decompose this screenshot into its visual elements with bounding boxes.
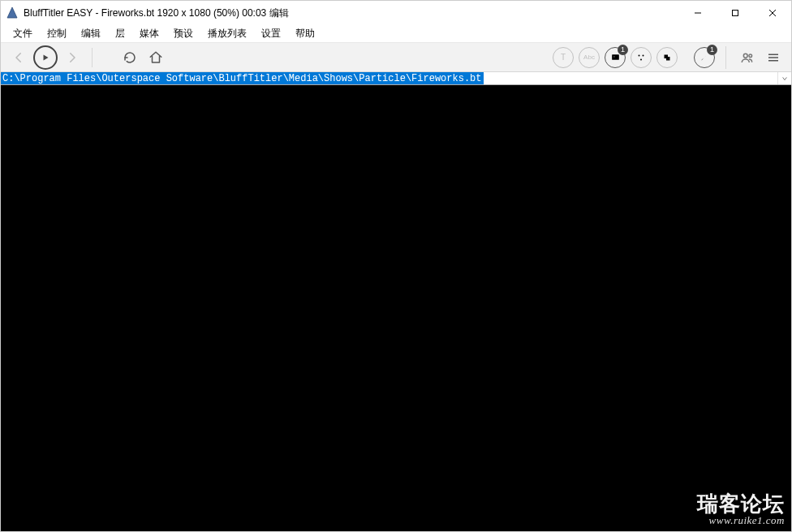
text-icon: T bbox=[553, 47, 574, 68]
svg-rect-2 bbox=[733, 11, 738, 16]
forward-button[interactable] bbox=[61, 46, 84, 69]
svg-point-8 bbox=[639, 54, 640, 56]
watermark-line1: 瑞客论坛 bbox=[697, 493, 785, 515]
svg-line-11 bbox=[639, 56, 640, 59]
abc-icon: Abc bbox=[579, 47, 600, 68]
menu-help[interactable]: 帮助 bbox=[288, 25, 322, 42]
back-button[interactable] bbox=[7, 46, 30, 69]
nodes-tool[interactable] bbox=[630, 46, 652, 69]
menu-layer[interactable]: 层 bbox=[108, 25, 132, 42]
menu-control[interactable]: 控制 bbox=[40, 25, 74, 42]
menu-playlist[interactable]: 播放列表 bbox=[200, 25, 254, 42]
copy-tool[interactable] bbox=[656, 46, 678, 69]
maximize-button[interactable] bbox=[717, 1, 754, 25]
play-icon bbox=[33, 45, 58, 70]
svg-point-10 bbox=[640, 58, 642, 60]
menubar: 文件 控制 编辑 层 媒体 预设 播放列表 设置 帮助 bbox=[1, 25, 791, 43]
brush-tool[interactable]: 1 bbox=[693, 46, 716, 69]
svg-line-12 bbox=[642, 56, 643, 59]
toolbar-right: T Abc 1 bbox=[552, 46, 785, 69]
svg-point-9 bbox=[643, 54, 644, 56]
menu-file[interactable]: 文件 bbox=[6, 25, 40, 42]
nodes-icon bbox=[631, 47, 652, 68]
svg-marker-5 bbox=[44, 54, 49, 60]
menu-edit[interactable]: 编辑 bbox=[74, 25, 108, 42]
path-text[interactable]: C:\Program Files\Outerspace Software\Blu… bbox=[1, 72, 484, 84]
toolbar: T Abc 1 bbox=[1, 43, 791, 72]
refresh-button[interactable] bbox=[118, 46, 141, 69]
brush-tool-badge: 1 bbox=[707, 45, 717, 55]
path-dropdown[interactable] bbox=[777, 72, 791, 84]
preview-canvas[interactable]: 瑞客论坛 www.ruike1.com bbox=[1, 85, 791, 531]
svg-point-15 bbox=[743, 54, 747, 58]
watermark-line2: www.ruike1.com bbox=[697, 515, 785, 526]
image-tool-badge: 1 bbox=[618, 45, 628, 55]
svg-marker-0 bbox=[7, 7, 17, 18]
text-tool[interactable]: T bbox=[552, 46, 575, 69]
image-tool[interactable]: 1 bbox=[604, 46, 626, 69]
svg-point-16 bbox=[749, 54, 752, 57]
minimize-button[interactable] bbox=[679, 1, 717, 25]
abc-tool[interactable]: Abc bbox=[578, 46, 600, 69]
home-button[interactable] bbox=[144, 46, 167, 69]
svg-point-7 bbox=[613, 56, 615, 58]
users-button[interactable] bbox=[736, 46, 759, 69]
menu-media[interactable]: 媒体 bbox=[132, 25, 166, 42]
menu-preset[interactable]: 预设 bbox=[166, 25, 200, 42]
menu-button[interactable] bbox=[762, 46, 785, 69]
copy-icon bbox=[656, 47, 678, 68]
window-title: BluffTitler EASY - Fireworks.bt 1920 x 1… bbox=[24, 6, 289, 20]
svg-rect-14 bbox=[666, 57, 670, 61]
play-button[interactable] bbox=[33, 45, 58, 70]
watermark: 瑞客论坛 www.ruike1.com bbox=[697, 493, 785, 526]
path-bar[interactable]: C:\Program Files\Outerspace Software\Blu… bbox=[1, 72, 791, 85]
menu-settings[interactable]: 设置 bbox=[254, 25, 288, 42]
app-icon bbox=[6, 6, 19, 19]
close-button[interactable] bbox=[754, 1, 791, 25]
titlebar: BluffTitler EASY - Fireworks.bt 1920 x 1… bbox=[1, 1, 791, 25]
